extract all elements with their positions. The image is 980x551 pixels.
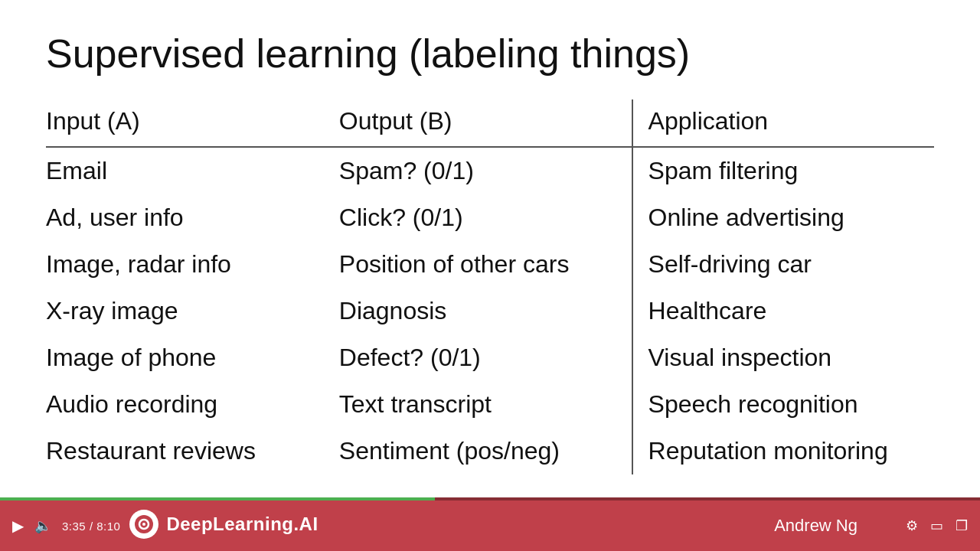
- slide-content: Supervised learning (labeling things) In…: [0, 0, 980, 497]
- table-cell-3-2: Healthcare: [632, 288, 934, 334]
- fullscreen-icon[interactable]: ❐: [956, 517, 968, 534]
- table-row: Image, radar infoPosition of other carsS…: [46, 241, 934, 288]
- svg-point-2: [142, 523, 145, 526]
- logo-area: DeepLearning.AI: [129, 510, 318, 539]
- table-cell-2-2: Self-driving car: [632, 241, 934, 288]
- table-row: EmailSpam? (0/1)Spam filtering: [46, 147, 934, 194]
- table-cell-6-0: Restaurant reviews: [46, 428, 339, 474]
- logo-text: DeepLearning.AI: [166, 514, 318, 535]
- total-time: 8:10: [96, 520, 120, 533]
- time-display: 3:35 / 8:10: [62, 520, 120, 533]
- table-cell-0-0: Email: [46, 147, 339, 194]
- progress-section[interactable]: [0, 497, 980, 500]
- table-cell-3-1: Diagnosis: [339, 288, 632, 334]
- table-row: Image of phoneDefect? (0/1)Visual inspec…: [46, 334, 934, 381]
- table-row: X-ray imageDiagnosisHealthcare: [46, 288, 934, 334]
- table-cell-2-1: Position of other cars: [339, 241, 632, 288]
- table-cell-1-0: Ad, user info: [46, 194, 339, 241]
- table-cell-2-0: Image, radar info: [46, 241, 339, 288]
- examples-table: Input (A) Output (B) Application EmailSp…: [46, 99, 934, 474]
- time-separator: /: [90, 520, 96, 533]
- table-cell-6-1: Sentiment (pos/neg): [339, 428, 632, 474]
- table-container: Input (A) Output (B) Application EmailSp…: [46, 99, 934, 474]
- table-cell-5-0: Audio recording: [46, 381, 339, 428]
- table-cell-3-0: X-ray image: [46, 288, 339, 334]
- settings-icon[interactable]: ⚙: [906, 517, 918, 534]
- table-cell-0-1: Spam? (0/1): [339, 147, 632, 194]
- table-cell-1-2: Online advertising: [632, 194, 934, 241]
- progress-bar[interactable]: [0, 497, 435, 500]
- slide-title: Supervised learning (labeling things): [46, 31, 934, 77]
- table-cell-0-2: Spam filtering: [632, 147, 934, 194]
- volume-button[interactable]: 🔈: [34, 517, 51, 534]
- table-cell-4-0: Image of phone: [46, 334, 339, 381]
- play-button[interactable]: ▶: [12, 517, 24, 535]
- table-cell-4-1: Defect? (0/1): [339, 334, 632, 381]
- table-row: Audio recordingText transcriptSpeech rec…: [46, 381, 934, 428]
- table-row: Restaurant reviewsSentiment (pos/neg)Rep…: [46, 428, 934, 474]
- table-cell-5-2: Speech recognition: [632, 381, 934, 428]
- table-row: Ad, user infoClick? (0/1)Online advertis…: [46, 194, 934, 241]
- current-time: 3:35: [62, 520, 86, 533]
- col-header-input: Input (A): [46, 99, 339, 147]
- col-header-application: Application: [632, 99, 934, 147]
- table-cell-6-2: Reputation monitoring: [632, 428, 934, 474]
- video-bar: ▶ 🔈 3:35 / 8:10 DeepLearning.AI Andrew N…: [0, 497, 980, 551]
- right-icons: ⚙ ▭ ❐: [906, 517, 968, 534]
- controls-left: ▶ 🔈 3:35 / 8:10: [12, 517, 120, 535]
- deeplearning-logo-icon: [134, 514, 154, 534]
- col-header-output: Output (B): [339, 99, 632, 147]
- table-cell-1-1: Click? (0/1): [339, 194, 632, 241]
- table-cell-5-1: Text transcript: [339, 381, 632, 428]
- instructor-name: Andrew Ng: [774, 516, 858, 536]
- theater-mode-icon[interactable]: ▭: [930, 517, 943, 534]
- table-cell-4-2: Visual inspection: [632, 334, 934, 381]
- logo-circle: [129, 510, 158, 539]
